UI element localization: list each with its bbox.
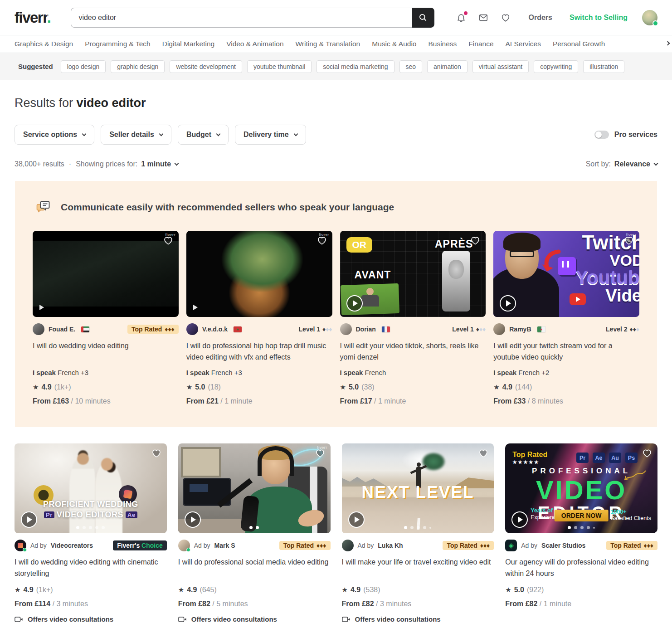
gig-thumbnail[interactable]: NEXT LEVEL bbox=[342, 443, 494, 533]
favorite-heart-icon[interactable] bbox=[478, 448, 488, 460]
play-icon[interactable] bbox=[39, 305, 44, 310]
switch-to-selling-link[interactable]: Switch to Selling bbox=[570, 14, 628, 22]
seller-avatar[interactable] bbox=[340, 323, 352, 335]
tag-animation[interactable]: animation bbox=[427, 60, 467, 73]
nav-item-graphics-design[interactable]: Graphics & Design bbox=[15, 40, 73, 48]
nav-item-personal-growth[interactable]: Personal Growth bbox=[553, 40, 605, 48]
filter-budget[interactable]: Budget bbox=[178, 125, 229, 145]
play-button[interactable] bbox=[348, 511, 365, 528]
wall-board-shape bbox=[181, 447, 220, 477]
sort-dropdown[interactable]: Relevance bbox=[614, 160, 657, 168]
seller-name[interactable]: RamyB bbox=[509, 326, 531, 333]
seller-name[interactable]: Videocreators bbox=[51, 542, 93, 549]
nav-item-digital-marketing[interactable]: Digital Marketing bbox=[162, 40, 214, 48]
tag-youtube-thumbnail[interactable]: youtube thumbnail bbox=[247, 60, 312, 73]
filter-delivery-time[interactable]: Delivery time bbox=[235, 125, 306, 145]
gig-thumbnail[interactable]: fiverr bbox=[178, 443, 331, 533]
seller-name[interactable]: Scaler Studios bbox=[541, 542, 585, 549]
favorite-heart-icon[interactable] bbox=[163, 235, 173, 247]
tag-logo-design[interactable]: logo design bbox=[61, 60, 106, 73]
search-input[interactable] bbox=[71, 8, 411, 28]
seller-avatar[interactable] bbox=[15, 540, 26, 551]
pro-services-label: Pro services bbox=[614, 131, 657, 139]
messages-button[interactable] bbox=[478, 13, 488, 23]
nav-scroll-right-button[interactable] bbox=[655, 35, 669, 53]
pro-services-toggle[interactable] bbox=[594, 131, 609, 139]
orders-link[interactable]: Orders bbox=[529, 14, 552, 22]
favorite-heart-icon[interactable] bbox=[642, 448, 652, 460]
seller-avatar[interactable] bbox=[342, 540, 354, 551]
nav-item-programming-tech[interactable]: Programming & Tech bbox=[85, 40, 150, 48]
tag-social-media-marketing[interactable]: social media marketing bbox=[317, 60, 394, 73]
nav-item-music-audio[interactable]: Music & Audio bbox=[372, 40, 416, 48]
gig-title[interactable]: I will make your life or travel exciting… bbox=[342, 556, 494, 579]
tag-virtual-assistant[interactable]: virtual assistant bbox=[472, 60, 529, 73]
sort-by-label: Sort by: bbox=[586, 160, 611, 168]
gig-title[interactable]: I will edit your video tiktok, shorts, r… bbox=[340, 340, 486, 363]
nav-item-video-animation[interactable]: Video & Animation bbox=[226, 40, 283, 48]
notifications-button[interactable] bbox=[456, 13, 466, 23]
gig-title[interactable]: I will do professional hip hop trap dril… bbox=[186, 340, 332, 363]
nav-item-writing-translation[interactable]: Writing & Translation bbox=[296, 40, 360, 48]
seller-name[interactable]: Luka Kh bbox=[378, 542, 403, 549]
seller-name[interactable]: Mark S bbox=[214, 542, 235, 549]
carousel-dots[interactable] bbox=[342, 526, 494, 529]
favorite-heart-icon[interactable] bbox=[317, 235, 327, 247]
gig-price: From £21 / 1 minute bbox=[186, 397, 332, 405]
play-button[interactable] bbox=[185, 511, 201, 528]
seller-avatar[interactable] bbox=[186, 323, 198, 335]
fiverr-logo[interactable]: fiverr. bbox=[15, 10, 50, 25]
tag-copywriting[interactable]: copywriting bbox=[534, 60, 578, 73]
user-avatar[interactable] bbox=[642, 10, 657, 25]
seller-avatar[interactable] bbox=[178, 540, 190, 551]
gig-thumbnail[interactable]: OR AVANT APRÈS bbox=[340, 231, 486, 317]
carousel-dots[interactable] bbox=[505, 526, 657, 529]
gig-title[interactable]: I will do wedding video editing with cin… bbox=[15, 556, 167, 579]
envelope-icon bbox=[478, 13, 488, 23]
favorite-heart-icon[interactable] bbox=[151, 448, 161, 460]
gig-title[interactable]: I will do wedding video editing bbox=[33, 340, 179, 363]
nav-item-business[interactable]: Business bbox=[428, 40, 457, 48]
play-button[interactable] bbox=[500, 295, 516, 312]
play-button[interactable] bbox=[511, 511, 528, 528]
price-window-dropdown[interactable]: 1 minute bbox=[141, 160, 178, 168]
tag-seo[interactable]: seo bbox=[399, 60, 423, 73]
search-button[interactable] bbox=[412, 8, 434, 28]
title-prefix: Results for bbox=[15, 96, 77, 110]
tag-website-development[interactable]: website development bbox=[170, 60, 242, 73]
carousel-dots[interactable] bbox=[15, 526, 167, 529]
gig-title[interactable]: I will do professional social media vide… bbox=[178, 556, 331, 579]
filter-seller-details[interactable]: Seller details bbox=[101, 125, 171, 145]
gig-thumbnail[interactable]: fiverr bbox=[33, 231, 179, 317]
video-consultation-info: Offers video consultations bbox=[178, 615, 331, 623]
photoshop-badge: Ps bbox=[625, 453, 638, 463]
gig-thumbnail[interactable]: PROFICIENT WEDDING PrVIDEO EDITORSAe bbox=[15, 443, 167, 533]
gig-rating: ★4.9(1k+) bbox=[15, 586, 167, 594]
nav-item-ai-services[interactable]: AI Services bbox=[506, 40, 541, 48]
favorite-heart-icon[interactable] bbox=[470, 235, 480, 247]
flag-france-icon bbox=[382, 326, 390, 332]
play-button[interactable] bbox=[21, 511, 37, 528]
play-icon[interactable] bbox=[193, 305, 198, 310]
gig-thumbnail[interactable]: fiverr bbox=[186, 231, 332, 317]
seller-name[interactable]: Fouad E. bbox=[49, 326, 75, 333]
favorite-heart-icon[interactable] bbox=[315, 448, 325, 460]
tag-graphic-design[interactable]: graphic design bbox=[111, 60, 165, 73]
gig-title[interactable]: Our agency will do professional video ed… bbox=[505, 556, 657, 579]
category-nav: Graphics & Design Programming & Tech Dig… bbox=[0, 35, 672, 53]
favorites-button[interactable] bbox=[501, 13, 511, 23]
seller-name[interactable]: Dorian bbox=[356, 326, 376, 333]
play-button[interactable] bbox=[346, 295, 363, 312]
nav-item-finance[interactable]: Finance bbox=[468, 40, 493, 48]
gig-thumbnail[interactable]: Top Rated★★★★★ Pr Ae Au Ps PROFESSIONAL … bbox=[505, 443, 657, 533]
gig-title[interactable]: I will edit your twitch stream vod for a… bbox=[493, 340, 639, 363]
carousel-dots[interactable] bbox=[178, 526, 331, 529]
seller-avatar[interactable] bbox=[33, 323, 44, 335]
seller-avatar[interactable]: ◈ bbox=[505, 540, 517, 551]
tag-illustration[interactable]: illustration bbox=[583, 60, 624, 73]
favorite-heart-icon[interactable] bbox=[624, 235, 634, 247]
seller-name[interactable]: V.e.d.o.k bbox=[202, 326, 228, 333]
gig-thumbnail[interactable]: fiverr Twitch VOD Youtube Video bbox=[493, 231, 639, 317]
filter-service-options[interactable]: Service options bbox=[15, 125, 94, 145]
seller-avatar[interactable] bbox=[493, 323, 505, 335]
